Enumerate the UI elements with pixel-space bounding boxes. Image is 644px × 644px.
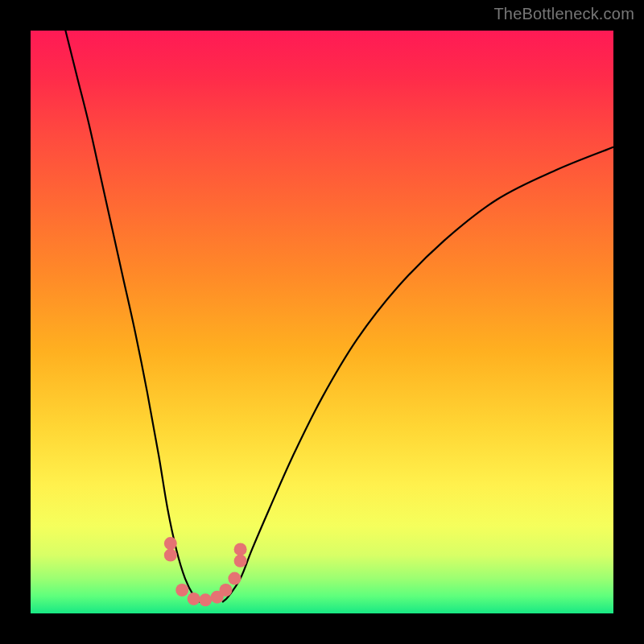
chart-svg [31,31,613,613]
curve-right [223,147,613,602]
data-marker [234,543,247,555]
data-marker [164,549,177,562]
plot-area [31,31,613,613]
data-marker [164,537,177,550]
data-marker [188,592,200,605]
chart-frame: TheBottleneck.com [0,0,644,644]
data-marker [220,584,233,597]
data-marker [234,555,247,568]
data-marker [199,593,212,606]
watermark-text: TheBottleneck.com [493,5,634,23]
data-marker [228,572,241,585]
data-marker [175,584,188,597]
curve-left [65,31,205,602]
